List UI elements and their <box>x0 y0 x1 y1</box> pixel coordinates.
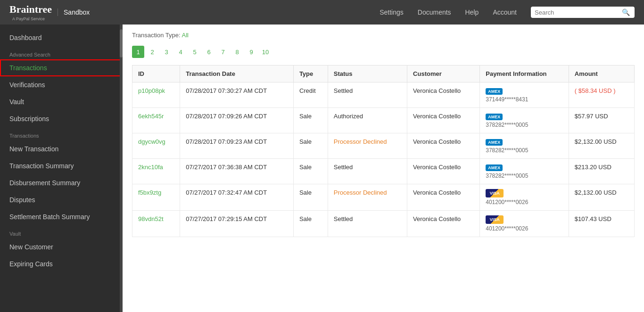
cell-customer: Veronica Costello <box>407 133 480 159</box>
sidebar-scrollbar-thumb <box>120 29 123 57</box>
cell-date: 07/28/2017 07:30:27 AM CDT <box>180 82 294 108</box>
cell-status: Authorized <box>328 108 407 133</box>
cell-payment: VISA401200*****0026 <box>480 184 569 211</box>
card-number: 371449*****8431 <box>486 96 563 103</box>
page-btn-1[interactable]: 1 <box>132 46 144 58</box>
cell-customer: Veronica Costello <box>407 108 480 133</box>
table-header-row: ID Transaction Date Type Status Customer… <box>132 66 635 82</box>
sidebar-item-vault[interactable]: Vault <box>0 93 123 110</box>
table-row: 2knc10fa07/27/2017 07:36:38 AM CDTSaleSe… <box>132 159 635 184</box>
amex-badge: AMEX <box>486 164 503 171</box>
paypal-tagline: A PayPal Service <box>12 16 52 21</box>
cell-status: Settled <box>328 159 407 184</box>
search-button[interactable]: 🔍 <box>622 8 630 16</box>
search-box: 🔍 <box>531 7 635 18</box>
filter-line: Transaction Type: All <box>132 32 635 39</box>
logo-area: Braintree A PayPal Service Sandbox <box>9 3 137 21</box>
settings-link[interactable]: Settings <box>380 8 404 16</box>
cell-id: dgycw0vg <box>132 133 180 159</box>
visa-badge: VISA <box>486 215 504 224</box>
cell-status: Settled <box>328 211 407 237</box>
sidebar-item-expiring-cards[interactable]: Expiring Cards <box>0 255 123 272</box>
help-link[interactable]: Help <box>465 8 479 16</box>
cell-date: 07/28/2017 07:09:23 AM CDT <box>180 133 294 159</box>
sidebar-item-verifications[interactable]: Verifications <box>0 76 123 93</box>
sidebar-section-transactions: Transactions <box>0 127 123 140</box>
sidebar-item-disputes[interactable]: Disputes <box>0 191 123 208</box>
cell-payment: AMEX371449*****8431 <box>480 82 569 108</box>
cell-type: Sale <box>293 159 328 184</box>
main-content: Transaction Type: All 1 2 3 4 5 6 7 8 9 … <box>123 25 644 312</box>
transaction-id-link[interactable]: 6ekh545r <box>138 113 164 120</box>
col-date: Transaction Date <box>180 66 294 82</box>
page-btn-2[interactable]: 2 <box>146 46 158 58</box>
cell-customer: Veronica Costello <box>407 211 480 237</box>
col-amount: Amount <box>569 66 634 82</box>
logo: Braintree A PayPal Service <box>9 3 52 21</box>
account-link[interactable]: Account <box>493 8 517 16</box>
page-btn-8[interactable]: 8 <box>231 46 243 58</box>
cell-customer: Veronica Costello <box>407 184 480 211</box>
amex-badge: AMEX <box>486 139 503 146</box>
page-btn-10[interactable]: 10 <box>259 46 272 58</box>
sidebar-scrollbar[interactable] <box>120 25 123 312</box>
transaction-id-link[interactable]: dgycw0vg <box>138 138 165 145</box>
filter-value[interactable]: All <box>182 32 189 39</box>
table-row: 6ekh545r07/28/2017 07:09:26 AM CDTSaleAu… <box>132 108 635 133</box>
page-btn-7[interactable]: 7 <box>217 46 229 58</box>
amex-badge: AMEX <box>486 114 503 120</box>
sidebar-item-settlement-batch-summary[interactable]: Settlement Batch Summary <box>0 208 123 225</box>
sidebar-item-new-customer[interactable]: New Customer <box>0 238 123 255</box>
sidebar: Dashboard Advanced Search Transactions V… <box>0 25 123 312</box>
main-inner: Transaction Type: All 1 2 3 4 5 6 7 8 9 … <box>123 25 644 244</box>
cell-customer: Veronica Costello <box>407 82 480 108</box>
cell-id: p10p08pk <box>132 82 180 108</box>
card-number: 401200*****0026 <box>486 225 563 232</box>
amount-value: ( $58.34 USD ) <box>575 87 616 94</box>
card-number: 378282*****0005 <box>486 147 563 154</box>
transaction-id-link[interactable]: f5bx9ztg <box>138 189 161 196</box>
table-row: dgycw0vg07/28/2017 07:09:23 AM CDTSalePr… <box>132 133 635 159</box>
cell-type: Sale <box>293 184 328 211</box>
pagination: 1 2 3 4 5 6 7 8 9 10 <box>132 46 635 58</box>
cell-date: 07/28/2017 07:09:26 AM CDT <box>180 108 294 133</box>
sidebar-item-transaction-summary[interactable]: Transaction Summary <box>0 157 123 174</box>
page-btn-3[interactable]: 3 <box>160 46 173 58</box>
page-btn-4[interactable]: 4 <box>174 46 187 58</box>
cell-type: Sale <box>293 108 328 133</box>
cell-status: Settled <box>328 82 407 108</box>
transaction-id-link[interactable]: p10p08pk <box>138 87 165 94</box>
search-input[interactable] <box>535 9 622 16</box>
visa-badge: VISA <box>486 189 504 197</box>
cell-amount: ( $58.34 USD ) <box>569 82 634 108</box>
cell-id: 98vdn52t <box>132 211 180 237</box>
cell-amount: $107.43 USD <box>569 211 634 237</box>
sidebar-item-transactions[interactable]: Transactions <box>0 59 123 76</box>
table-row: p10p08pk07/28/2017 07:30:27 AM CDTCredit… <box>132 82 635 108</box>
transaction-id-link[interactable]: 2knc10fa <box>138 164 163 171</box>
sidebar-item-subscriptions[interactable]: Subscriptions <box>0 110 123 127</box>
cell-id: 6ekh545r <box>132 108 180 133</box>
transactions-table: ID Transaction Date Type Status Customer… <box>132 65 635 237</box>
documents-link[interactable]: Documents <box>418 8 451 16</box>
transaction-id-link[interactable]: 98vdn52t <box>138 215 164 222</box>
cell-amount: $57.97 USD <box>569 108 634 133</box>
cell-id: 2knc10fa <box>132 159 180 184</box>
sidebar-item-new-transaction[interactable]: New Transaction <box>0 140 123 157</box>
page-btn-5[interactable]: 5 <box>189 46 201 58</box>
cell-amount: $213.20 USD <box>569 159 634 184</box>
header: Braintree A PayPal Service Sandbox Setti… <box>0 0 644 25</box>
logo-text: Braintree <box>9 3 52 15</box>
page-btn-9[interactable]: 9 <box>245 46 257 58</box>
filter-label: Transaction Type: <box>132 32 182 39</box>
cell-customer: Veronica Costello <box>407 159 480 184</box>
app-layout: Dashboard Advanced Search Transactions V… <box>0 25 644 312</box>
cell-date: 07/27/2017 07:36:38 AM CDT <box>180 159 294 184</box>
sidebar-item-disbursement-summary[interactable]: Disbursement Summary <box>0 174 123 191</box>
cell-id: f5bx9ztg <box>132 184 180 211</box>
col-payment: Payment Information <box>480 66 569 82</box>
sidebar-item-dashboard[interactable]: Dashboard <box>0 29 123 46</box>
cell-date: 07/27/2017 07:32:47 AM CDT <box>180 184 294 211</box>
page-btn-6[interactable]: 6 <box>203 46 215 58</box>
cell-payment: AMEX378282*****0005 <box>480 159 569 184</box>
